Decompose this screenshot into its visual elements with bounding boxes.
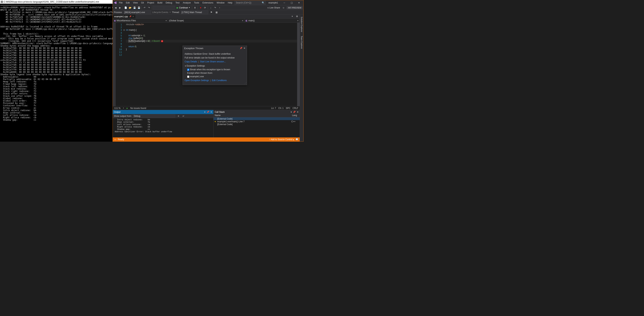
menu-analyze[interactable]: Analyze	[182, 1, 192, 5]
nav-back-icon[interactable]: ◀	[114, 6, 118, 10]
wrap-icon[interactable]: ↵	[182, 114, 186, 118]
tab-dropdown-icon[interactable]: ▼	[290, 14, 294, 18]
step-over-icon[interactable]: ↷	[213, 6, 217, 10]
col-lang[interactable]: Lang	[291, 114, 300, 117]
close-icon[interactable]: ✕	[210, 111, 212, 113]
minimize-button[interactable]: ─	[280, 0, 288, 5]
code-content[interactable]: #include <stdio.h> int main() { int subs…	[126, 23, 297, 106]
source-control-button[interactable]: ↑ Add to Source Control ▴	[269, 138, 294, 141]
menu-tools[interactable]: Tools	[192, 1, 200, 5]
notifications-icon[interactable]: 💬	[296, 138, 298, 141]
menu-file[interactable]: File	[118, 1, 124, 5]
clear-icon[interactable]: ≡	[176, 114, 180, 118]
copy-details-link[interactable]: Copy Details	[184, 60, 197, 63]
step-out-icon[interactable]: ↑	[218, 6, 222, 10]
edit-conditions-link[interactable]: Edit Conditions	[212, 79, 227, 82]
menu-git[interactable]: Git	[140, 1, 145, 5]
error-icon[interactable]	[161, 40, 163, 42]
console-titlebar[interactable]: C:\MSDN\cpp-docs-pr\docs\c-language\ASAN…	[0, 0, 112, 4]
line-indicator[interactable]: Ln: 7	[271, 107, 276, 109]
flag-icon[interactable]: ⚑	[210, 10, 214, 14]
editor-scrollbar[interactable]	[297, 23, 300, 106]
eol-indicator[interactable]: CRLF	[292, 107, 298, 109]
pin-icon[interactable]: 📌	[129, 15, 131, 17]
close-icon[interactable]: ✕	[132, 15, 134, 17]
stack-frame-icon[interactable]: ▦	[214, 10, 219, 14]
feedback-icon[interactable]: ☺	[282, 6, 286, 10]
chevron-down-icon[interactable]: ▾	[123, 107, 124, 109]
break-all-icon[interactable]: ⏸	[193, 6, 197, 10]
save-icon[interactable]: 💾	[132, 6, 136, 10]
except-item-checkbox[interactable]: example1.exe	[187, 75, 245, 78]
step-into-icon[interactable]: ↓	[209, 6, 213, 10]
menu-debug[interactable]: Debug	[164, 1, 174, 5]
close-icon[interactable]: ✕	[244, 47, 245, 50]
break-when-checkbox[interactable]: Break when this exception type is thrown	[187, 68, 245, 71]
int-preview-badge: INT PREVIEW	[287, 6, 303, 9]
open-icon[interactable]: 📂	[128, 6, 132, 10]
live-share-link[interactable]: Start Live Share session...	[200, 60, 226, 63]
tab-team-explorer[interactable]: Team Explorer	[300, 35, 303, 50]
live-share-button[interactable]: ⎋ Live Share	[266, 6, 281, 9]
menu-build[interactable]: Build	[156, 1, 164, 5]
code-editor[interactable]: 123456789101112 ⊟ #include <stdio.h> int…	[113, 23, 300, 106]
config-dropdown[interactable]	[153, 6, 164, 9]
menu-view[interactable]: View	[132, 1, 139, 5]
nav-fwd-icon[interactable]: ▶	[118, 6, 122, 10]
dropdown-icon[interactable]: ▾	[204, 111, 206, 113]
restart-icon[interactable]: ⟳	[203, 6, 207, 10]
callstack-columns[interactable]: Name Lang	[214, 114, 300, 117]
close-icon[interactable]: ✕	[297, 111, 298, 113]
zoom-level[interactable]: 111 %	[114, 107, 120, 109]
pin-icon[interactable]: 📌	[240, 47, 242, 50]
nav-project-dropdown[interactable]: ▣ Miscellaneous Files▾	[113, 18, 168, 22]
tab-settings-icon[interactable]: ⚙	[295, 14, 299, 18]
char-indicator[interactable]: Ch: 1	[278, 107, 284, 109]
redo-icon[interactable]: ↷	[147, 6, 151, 10]
continue-button[interactable]: ▶ Continue ▼	[176, 6, 191, 10]
menu-test[interactable]: Test	[174, 1, 181, 5]
lifecycle-label[interactable]: Lifecycle Events	[152, 11, 168, 14]
pin-icon[interactable]: 📌	[293, 111, 296, 113]
undo-icon[interactable]: ↶	[142, 6, 147, 10]
output-header[interactable]: Output ▾ 📌 ✕	[113, 110, 213, 114]
console-output[interactable]: ========================================…	[0, 4, 112, 142]
menu-project[interactable]: Project	[146, 1, 156, 5]
callstack-row[interactable]: [External Code]	[214, 117, 300, 120]
callstack-row[interactable]: [External Code]	[214, 123, 300, 126]
new-item-icon[interactable]: 📄	[124, 6, 128, 10]
vs-logo-icon[interactable]	[114, 1, 117, 4]
tab-solution-explorer[interactable]: Solution Explorer	[300, 16, 303, 33]
file-tab-example1[interactable]: example1.cpp 📌 ✕	[113, 14, 136, 18]
nav-scope-dropdown[interactable]: (Global Scope)▾	[168, 18, 244, 22]
open-exception-settings-link[interactable]: Open Exception Settings	[184, 79, 209, 82]
menu-help[interactable]: Help	[226, 1, 234, 5]
col-name[interactable]: Name	[214, 114, 291, 117]
exception-title: Exception Thrown	[184, 47, 238, 50]
callstack-list[interactable]: [External Code] ➔ example1.exe!main() Li…	[214, 117, 300, 137]
process-dropdown[interactable]: [9824] example1.exe	[124, 10, 151, 14]
output-source-dropdown[interactable]: Debug	[133, 114, 175, 118]
resize-grip-icon[interactable]: ⋰	[245, 82, 246, 84]
menu-extensions[interactable]: Extensions	[201, 1, 215, 5]
pin-icon[interactable]: 📌	[206, 111, 209, 113]
platform-dropdown[interactable]	[164, 6, 175, 9]
maximize-button[interactable]: ▢	[288, 0, 295, 5]
dropdown-icon[interactable]: ▾	[291, 111, 292, 113]
thread-dropdown[interactable]: [17592] Main Thread	[181, 10, 208, 14]
issues-text[interactable]: No issues found	[130, 107, 146, 109]
callstack-header[interactable]: Call Stack ▾ 📌 ✕	[214, 110, 300, 114]
callstack-row[interactable]: ➔ example1.exe!main() Line 7 C++	[214, 120, 300, 123]
menu-window[interactable]: Window	[215, 1, 226, 5]
editor-margin[interactable]	[113, 23, 116, 106]
search-input[interactable]: Search (Ctrl+Q) 🔍	[234, 1, 266, 5]
save-all-icon[interactable]: 💾	[137, 6, 141, 10]
nav-member-dropdown[interactable]: ◧ main()▾	[244, 18, 300, 22]
output-text[interactable]: Intra object redzone: bb ASan internal: …	[113, 118, 213, 137]
exception-settings-header[interactable]: ▼Exception Settings	[184, 65, 245, 67]
stop-icon[interactable]: ■	[198, 6, 203, 10]
menu-edit[interactable]: Edit	[124, 1, 131, 5]
fold-column[interactable]: ⊟	[124, 23, 126, 106]
space-indicator[interactable]: SPC	[286, 107, 290, 109]
close-button[interactable]: ✕	[295, 0, 303, 5]
